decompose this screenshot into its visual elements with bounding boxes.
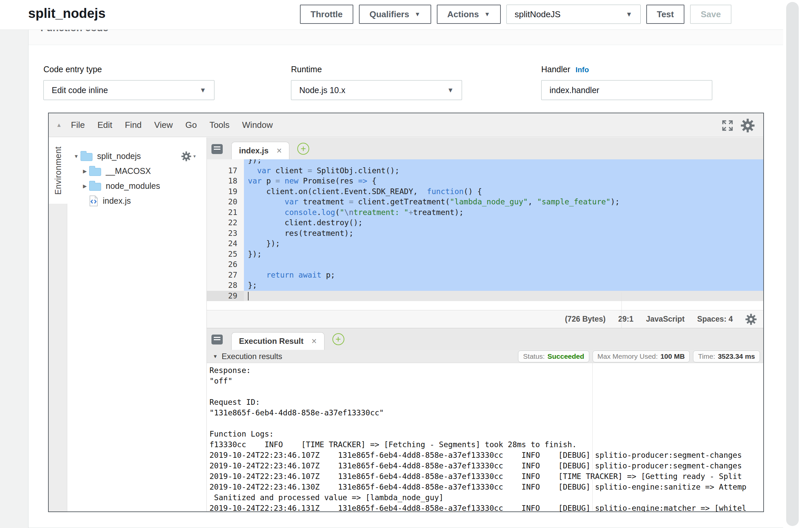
- line-number: 17: [207, 166, 244, 176]
- save-button[interactable]: Save: [690, 5, 731, 24]
- log-line: [209, 418, 763, 429]
- code-entry-type-select[interactable]: Edit code inline▼: [43, 80, 215, 100]
- chevron-down-icon: ▼: [415, 11, 421, 18]
- tree-item-split-nodejs[interactable]: ▼split_nodejs▼: [67, 149, 206, 164]
- tree-item-index-js[interactable]: index.js: [67, 193, 206, 208]
- test-event-selected-value: splitNodeJS: [515, 9, 561, 19]
- menu-item-window[interactable]: Window: [236, 120, 279, 130]
- qualifiers-button[interactable]: Qualifiers▼: [359, 5, 431, 24]
- throttle-button[interactable]: Throttle: [300, 5, 353, 24]
- fullscreen-icon[interactable]: [722, 120, 734, 132]
- log-line: [209, 386, 763, 397]
- runtime-value: Node.js 10.x: [299, 86, 345, 95]
- page-header: split_nodejs Throttle Qualifiers▼ Action…: [0, 0, 812, 30]
- caret-collapsed-icon[interactable]: ▶: [81, 183, 89, 189]
- result-badge-status-: Status:Succeeded: [518, 350, 589, 362]
- environment-tab[interactable]: Environment: [49, 137, 67, 204]
- execution-results-header: ▼ Execution results Status:SucceededMax …: [207, 350, 763, 363]
- code-text: console.log("\ntreatment: "+treatment);: [244, 207, 763, 218]
- result-badge-time-: Time:3523.34 ms: [693, 350, 760, 362]
- triangle-down-icon: ▼: [213, 353, 218, 359]
- execution-results-log[interactable]: Response:"off" Request ID:"131e865f-6eb4…: [207, 363, 763, 511]
- status-indent-setting[interactable]: Spaces: 4: [697, 315, 733, 324]
- tree-item-node-modules[interactable]: ▶node_modules: [67, 178, 206, 193]
- tree-item--macosx[interactable]: ▶__MACOSX: [67, 164, 206, 178]
- runtime-select[interactable]: Node.js 10.x▼: [291, 80, 462, 100]
- code-line-21: 21 console.log("\ntreatment: "+treatment…: [207, 207, 763, 218]
- tab-execution-result[interactable]: Execution Result ×: [231, 332, 324, 350]
- tree-item-label: __MACOSX: [106, 166, 151, 176]
- chevron-down-icon: ▼: [447, 86, 454, 94]
- tab-list-icon[interactable]: [212, 144, 223, 154]
- test-button[interactable]: Test: [646, 5, 685, 24]
- actions-button-label: Actions: [447, 9, 479, 19]
- tab-list-icon[interactable]: [212, 335, 223, 344]
- handler-input[interactable]: [541, 80, 712, 100]
- test-event-select[interactable]: splitNodeJS▼: [506, 5, 641, 24]
- new-tab-plus-icon[interactable]: +: [332, 333, 344, 345]
- code-text: var treatment = client.getTreatment("lam…: [244, 197, 763, 207]
- close-icon[interactable]: ×: [311, 337, 317, 346]
- tab-index-js[interactable]: index.js ×: [231, 142, 289, 159]
- execution-results-title: Execution results: [222, 352, 282, 361]
- code-line-29: 29: [207, 291, 763, 302]
- collapse-menubar-icon[interactable]: ▲: [53, 122, 64, 129]
- code-line-23: 23 res(treatment);: [207, 228, 763, 239]
- menu-item-tools[interactable]: Tools: [203, 120, 236, 130]
- folder-icon: [89, 183, 101, 191]
- code-text: client.destroy();: [244, 218, 763, 228]
- line-number: 24: [207, 238, 244, 249]
- throttle-button-label: Throttle: [310, 9, 343, 19]
- chevron-down-icon: ▼: [200, 86, 206, 94]
- menu-item-file[interactable]: File: [64, 120, 91, 130]
- badge-value: 100 MB: [661, 352, 685, 361]
- tree-settings-gear-icon[interactable]: ▼: [181, 151, 197, 161]
- menu-item-go[interactable]: Go: [179, 120, 203, 130]
- results-tabstrip: Execution Result × +: [207, 328, 763, 350]
- new-tab-plus-icon[interactable]: +: [297, 143, 309, 155]
- code-line-28: 28};: [207, 280, 763, 291]
- caret-expanded-icon[interactable]: ▼: [72, 153, 81, 159]
- line-number: 21: [207, 207, 244, 218]
- test-button-label: Test: [657, 9, 674, 19]
- line-number: 23: [207, 228, 244, 239]
- badge-value: 3523.34 ms: [718, 352, 755, 361]
- line-number: 19: [207, 187, 244, 197]
- card-top-strip: Function code: [29, 30, 783, 45]
- actions-button[interactable]: Actions▼: [437, 5, 501, 24]
- result-badge-max-memory-used-: Max Memory Used:100 MB: [593, 350, 690, 362]
- code-text: });: [244, 238, 763, 249]
- code-line-27: 27 return await p;: [207, 270, 763, 281]
- log-line: Request ID:: [209, 397, 763, 408]
- code-line-19: 19 client.on(client.Event.SDK_READY, fun…: [207, 187, 763, 197]
- log-line: 2019-10-24T22:23:46.131Z 131e865f-6eb4-4…: [209, 503, 763, 511]
- folder-icon: [89, 168, 101, 176]
- editor-main-pane: index.js × + });17 var client = SplitObj…: [206, 137, 763, 511]
- tab-index-js-label: index.js: [239, 146, 269, 155]
- menu-item-find[interactable]: Find: [119, 120, 148, 130]
- statusbar-gear-icon[interactable]: [745, 314, 757, 325]
- badge-label: Status:: [523, 352, 545, 361]
- log-line: 2019-10-24T22:23:46.107Z 131e865f-6eb4-4…: [209, 460, 763, 471]
- menu-items: FileEditFindViewGoToolsWindow: [64, 120, 279, 130]
- execution-results-toggle[interactable]: ▼ Execution results: [213, 352, 282, 361]
- editor-settings-gear-icon[interactable]: [741, 119, 755, 132]
- result-badges: Status:SucceededMax Memory Used:100 MBTi…: [518, 350, 760, 362]
- handler-info-link[interactable]: Info: [576, 65, 589, 74]
- tab-execution-result-label: Execution Result: [239, 337, 304, 346]
- code-line-26: 26: [207, 259, 763, 270]
- close-icon[interactable]: ×: [276, 146, 282, 155]
- line-number: 29: [207, 291, 244, 302]
- caret-collapsed-icon[interactable]: ▶: [81, 168, 89, 174]
- file-tabstrip: index.js × +: [207, 137, 763, 159]
- log-line: Response:: [209, 365, 763, 376]
- scrollbar-thumb[interactable]: [786, 2, 799, 526]
- page-scrollbar: [783, 0, 812, 528]
- tree-item-label: node_modules: [106, 181, 160, 191]
- code-editor-surface[interactable]: });17 var client = SplitObj.client();18v…: [207, 159, 763, 310]
- log-line: "131e865f-6eb4-4dd8-858e-a37ef13330cc": [209, 408, 763, 418]
- status-language-mode[interactable]: JavaScript: [646, 315, 684, 324]
- menu-item-view[interactable]: View: [148, 120, 179, 130]
- line-number: 25: [207, 249, 244, 260]
- menu-item-edit[interactable]: Edit: [91, 120, 119, 130]
